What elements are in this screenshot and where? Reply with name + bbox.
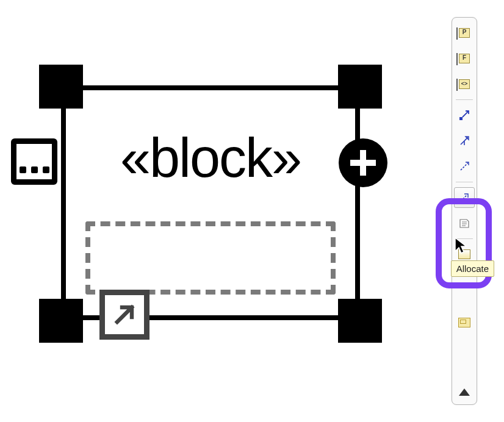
shortcut-arrow-icon bbox=[110, 300, 139, 329]
block-stereotype-label: «block» bbox=[66, 127, 355, 190]
more-actions-button[interactable] bbox=[11, 138, 57, 185]
selection-handle-bottom-right[interactable] bbox=[338, 299, 382, 343]
block-node[interactable]: «block» bbox=[61, 85, 360, 320]
palette-separator bbox=[456, 182, 473, 182]
palette-tool-allocate[interactable]: A bbox=[454, 187, 475, 208]
selection-handle-top-left[interactable] bbox=[39, 65, 83, 109]
palette-separator bbox=[456, 99, 473, 100]
tooltip: Allocate bbox=[451, 260, 494, 277]
flag-brackets-icon: <> bbox=[459, 79, 470, 89]
tool-palette: P F <> bbox=[452, 17, 477, 405]
selection-handle-bottom-left[interactable] bbox=[39, 299, 83, 343]
selection-handle-top-right[interactable] bbox=[338, 65, 382, 109]
shortcut-indicator[interactable] bbox=[99, 290, 149, 340]
flag-f-icon: F bbox=[459, 54, 470, 63]
block-compartment-placeholder[interactable] bbox=[85, 221, 336, 295]
image-icon bbox=[458, 249, 470, 259]
add-element-button[interactable] bbox=[339, 138, 387, 187]
flag-p-icon: P bbox=[459, 28, 470, 38]
palette-tool-flag-brackets[interactable]: <> bbox=[454, 74, 475, 95]
diagram-icon bbox=[458, 318, 470, 327]
generalization-arrow-icon bbox=[458, 135, 470, 147]
allocate-icon: A bbox=[458, 191, 470, 204]
palette-tool-association[interactable] bbox=[454, 105, 475, 126]
palette-tool-flag-p[interactable]: P bbox=[454, 23, 475, 43]
palette-tool-flag-f[interactable]: F bbox=[454, 48, 475, 69]
dot-icon bbox=[20, 166, 26, 173]
palette-tool-generalization[interactable] bbox=[454, 131, 475, 151]
association-arrow-icon bbox=[458, 109, 470, 121]
svg-rect-0 bbox=[459, 117, 463, 120]
dot-icon bbox=[31, 166, 38, 173]
allocate-letter: A bbox=[467, 198, 471, 205]
dependency-arrow-icon bbox=[458, 160, 470, 173]
palette-scroll-up[interactable] bbox=[459, 388, 470, 396]
palette-tool-dependency[interactable] bbox=[454, 156, 475, 177]
palette-tool-diagram[interactable] bbox=[454, 312, 475, 333]
note-icon bbox=[458, 217, 470, 229]
dot-icon bbox=[43, 166, 49, 173]
palette-tool-note[interactable] bbox=[454, 213, 475, 234]
palette-separator bbox=[456, 238, 473, 239]
